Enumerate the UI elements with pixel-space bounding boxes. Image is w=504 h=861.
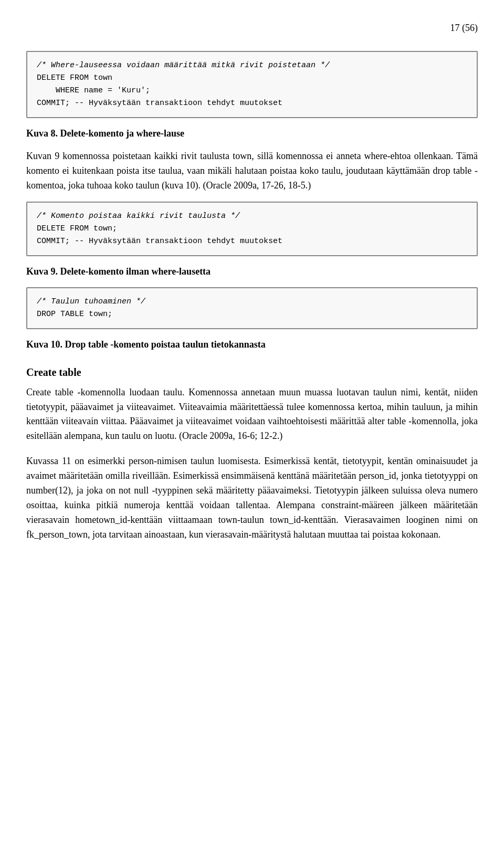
- code-line: COMMIT; -- Hyväksytään transaktioon tehd…: [37, 235, 467, 248]
- create-table-title: Create table: [26, 364, 478, 380]
- code-line: /* Taulun tuhoaminen */: [37, 296, 467, 308]
- code-line: DELETE FROM town: [37, 72, 467, 85]
- paragraph-3: Kuvassa 11 on esimerkki person-nimisen t…: [26, 454, 478, 542]
- code-block-2: /* Komento poistaa kaikki rivit taulusta…: [26, 202, 478, 256]
- code-line: DELETE FROM town;: [37, 223, 467, 235]
- code-block-1: /* Where-lauseessa voidaan määrittää mit…: [26, 51, 478, 118]
- page-number: 17 (56): [26, 21, 478, 35]
- code-line: /* Komento poistaa kaikki rivit taulusta…: [37, 210, 467, 223]
- figure-label-9: Kuva 9. Delete-komento ilman where-lause…: [26, 265, 478, 279]
- code-line: WHERE name = 'Kuru';: [37, 85, 467, 97]
- code-block-3: /* Taulun tuhoaminen */ DROP TABLE town;: [26, 287, 478, 329]
- code-line: COMMIT; -- Hyväksytään transaktioon tehd…: [37, 97, 467, 110]
- code-line: /* Where-lauseessa voidaan määrittää mit…: [37, 59, 467, 72]
- code-line: DROP TABLE town;: [37, 308, 467, 321]
- figure-label-10: Kuva 10. Drop table -komento poistaa tau…: [26, 338, 478, 352]
- paragraph-2: Create table -komennolla luodaan taulu. …: [26, 385, 478, 444]
- figure-label-8: Kuva 8. Delete-komento ja where-lause: [26, 127, 478, 141]
- paragraph-1: Kuvan 9 komennossa poistetaan kaikki riv…: [26, 149, 478, 193]
